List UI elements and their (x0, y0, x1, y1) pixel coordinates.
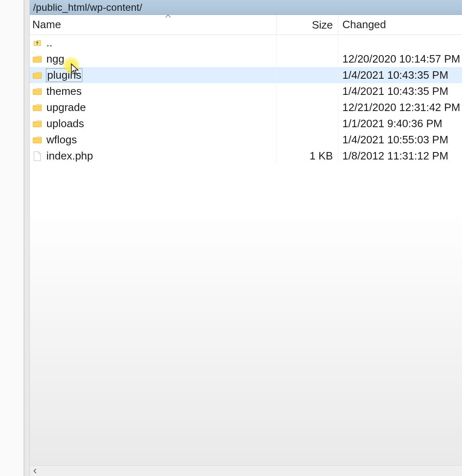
sort-ascending-icon (165, 14, 171, 18)
name-cell: plugins (30, 67, 276, 83)
folder-icon (32, 70, 42, 81)
changed-cell: 1/1/2021 9:40:36 PM (338, 117, 462, 130)
item-name: index.php (46, 150, 93, 162)
column-header-changed[interactable]: Changed (338, 18, 462, 31)
changed-cell: 12/21/2020 12:31:42 PM (338, 101, 462, 114)
size-cell: 1 KB (276, 148, 338, 164)
size-cell (276, 99, 338, 116)
file-icon (32, 151, 42, 162)
scroll-left-icon[interactable] (30, 466, 41, 476)
horizontal-scrollbar[interactable] (30, 465, 462, 476)
panel-splitter[interactable] (24, 0, 30, 476)
path-bar[interactable]: /public_html/wp-content/ (30, 0, 462, 15)
folder-row[interactable]: themes1/4/2021 10:43:35 PM (30, 83, 462, 99)
file-manager-window: /public_html/wp-content/ Name Size Chang… (0, 0, 462, 476)
column-header-size[interactable]: Size (276, 15, 338, 34)
changed-cell: 12/20/2020 10:14:57 PM (338, 53, 462, 65)
folder-row[interactable]: ngg12/20/2020 10:14:57 PM (30, 51, 462, 67)
folder-row[interactable]: plugins1/4/2021 10:43:35 PM (30, 67, 462, 83)
parent-directory-row[interactable]: .. (30, 35, 462, 51)
folder-icon (32, 86, 42, 97)
file-row[interactable]: index.php1 KB1/8/2012 11:31:12 PM (30, 148, 462, 164)
folder-icon (32, 102, 42, 113)
file-list[interactable]: .. ngg12/20/2020 10:14:57 PMplugins1/4/2… (30, 35, 462, 465)
size-cell (276, 67, 338, 83)
left-panel-gutter (0, 0, 24, 476)
item-name: plugins (46, 69, 82, 82)
folder-row[interactable]: upgrade12/21/2020 12:31:42 PM (30, 99, 462, 116)
name-cell: .. (30, 35, 276, 51)
parent-dir-label: .. (46, 36, 52, 49)
folder-row[interactable]: wflogs1/4/2021 10:55:03 PM (30, 132, 462, 148)
folder-up-icon (32, 38, 42, 48)
folder-row[interactable]: uploads1/1/2021 9:40:36 PM (30, 116, 462, 132)
item-name: wflogs (46, 133, 77, 146)
size-cell (276, 83, 338, 99)
name-cell: upgrade (30, 99, 276, 116)
file-list-panel: /public_html/wp-content/ Name Size Chang… (30, 0, 462, 476)
column-header-row: Name Size Changed (30, 15, 462, 35)
folder-icon (32, 54, 42, 65)
column-header-name[interactable]: Name (30, 18, 276, 31)
item-name: uploads (46, 117, 84, 130)
name-cell: themes (30, 83, 276, 99)
item-name: ngg (46, 53, 64, 65)
size-cell (276, 51, 338, 67)
changed-cell: 1/8/2012 11:31:12 PM (338, 150, 462, 162)
size-cell (276, 116, 338, 132)
folder-icon (32, 118, 42, 129)
changed-cell: 1/4/2021 10:43:35 PM (338, 85, 462, 98)
name-cell: ngg (30, 51, 276, 67)
size-cell (276, 132, 338, 148)
folder-icon (32, 135, 42, 145)
changed-cell: 1/4/2021 10:55:03 PM (338, 133, 462, 146)
name-cell: wflogs (30, 132, 276, 148)
size-cell (276, 35, 338, 51)
item-name: themes (46, 85, 82, 98)
item-name: upgrade (46, 101, 86, 114)
changed-cell: 1/4/2021 10:43:35 PM (338, 69, 462, 82)
name-cell: uploads (30, 116, 276, 132)
name-cell: index.php (30, 148, 276, 164)
